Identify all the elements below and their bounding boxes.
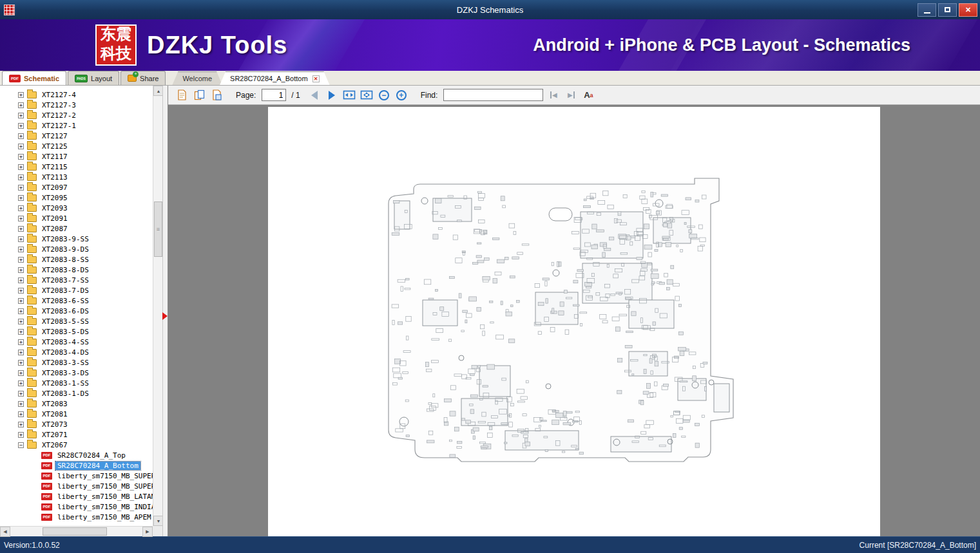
- doc-tab-current[interactable]: SR28C70284_A_Bottom: [220, 71, 329, 85]
- collapse-icon[interactable]: −: [18, 442, 24, 448]
- tree-folder-XT2127-4[interactable]: +XT2127-4: [0, 89, 153, 100]
- tree-folder-XT2083-1-DS[interactable]: +XT2083-1-DS: [0, 388, 153, 398]
- pdf-page[interactable]: [268, 107, 880, 536]
- doc-tab-welcome[interactable]: Welcome: [172, 71, 222, 85]
- tree-folder-XT2083-6-SS[interactable]: +XT2083-6-SS: [0, 295, 153, 306]
- expand-icon[interactable]: +: [18, 102, 24, 108]
- expand-icon[interactable]: +: [18, 401, 24, 407]
- multi-page-icon[interactable]: [209, 88, 224, 102]
- expand-icon[interactable]: +: [18, 308, 24, 314]
- single-page-icon[interactable]: [175, 88, 189, 102]
- tree-folder-XT2127-1[interactable]: +XT2127-1: [0, 120, 153, 131]
- close-button[interactable]: [959, 3, 977, 17]
- tab-schematic[interactable]: PDF Schematic: [2, 71, 66, 85]
- expand-icon[interactable]: +: [18, 205, 24, 211]
- tree-file-liberty_sm7150_MB_SUPER[interactable]: PDFliberty_sm7150_MB_SUPER: [0, 471, 153, 481]
- tree-folder-XT2127[interactable]: +XT2127: [0, 131, 153, 141]
- find-next-icon[interactable]: ▶: [564, 88, 578, 102]
- tree-file-SR28C70284_A_Top[interactable]: PDFSR28C70284_A_Top: [0, 450, 153, 460]
- tree-folder-XT2083-5-SS[interactable]: +XT2083-5-SS: [0, 316, 153, 326]
- tree-folder-XT2083-7-SS[interactable]: +XT2083-7-SS: [0, 275, 153, 285]
- expand-icon[interactable]: +: [18, 92, 24, 98]
- find-previous-icon[interactable]: ◀: [546, 88, 561, 102]
- tree-folder-XT2083-9-SS[interactable]: +XT2083-9-SS: [0, 234, 153, 244]
- tree-folder-XT2093[interactable]: +XT2093: [0, 203, 153, 213]
- expand-icon[interactable]: +: [18, 247, 24, 252]
- scroll-left-icon[interactable]: ◀: [0, 527, 10, 537]
- splitter-collapse-icon[interactable]: [162, 312, 168, 320]
- tree-folder-XT2117[interactable]: +XT2117: [0, 151, 153, 162]
- expand-icon[interactable]: +: [18, 226, 24, 232]
- tree-file-liberty_sm7150_MB_LATAM[interactable]: PDFliberty_sm7150_MB_LATAM: [0, 491, 153, 501]
- expand-icon[interactable]: +: [18, 380, 24, 386]
- tree-vertical-scrollbar[interactable]: ▲ ≡ ▼: [153, 86, 163, 526]
- tree-folder-XT2125[interactable]: +XT2125: [0, 141, 153, 151]
- tree-folder-XT2083-4-SS[interactable]: +XT2083-4-SS: [0, 337, 153, 347]
- tab-layout[interactable]: PADS Layout: [68, 71, 119, 85]
- expand-icon[interactable]: +: [18, 144, 24, 149]
- tree-folder-XT2083-8-SS[interactable]: +XT2083-8-SS: [0, 254, 153, 265]
- fit-width-icon[interactable]: [342, 88, 356, 102]
- tree-folder-XT2083-9-DS[interactable]: +XT2083-9-DS: [0, 244, 153, 254]
- expand-icon[interactable]: +: [18, 185, 24, 191]
- expand-icon[interactable]: +: [18, 432, 24, 438]
- expand-icon[interactable]: +: [18, 298, 24, 304]
- expand-icon[interactable]: +: [18, 216, 24, 221]
- next-page-icon[interactable]: [325, 88, 339, 102]
- tree-hscroll-thumb[interactable]: [43, 527, 107, 536]
- zoom-out-icon[interactable]: −: [377, 88, 391, 102]
- tree-folder-XT2097[interactable]: +XT2097: [0, 182, 153, 192]
- expand-icon[interactable]: +: [18, 164, 24, 170]
- tree-horizontal-scrollbar[interactable]: ◀ ▶: [0, 526, 153, 536]
- expand-icon[interactable]: +: [18, 113, 24, 118]
- tree-folder-XT2083-3-DS[interactable]: +XT2083-3-DS: [0, 368, 153, 378]
- tree-folder-XT2083-1-SS[interactable]: +XT2083-1-SS: [0, 378, 153, 388]
- expand-icon[interactable]: +: [18, 422, 24, 427]
- tree-folder-XT2067[interactable]: −XT2067: [0, 440, 153, 450]
- tree-folder-XT2091[interactable]: +XT2091: [0, 213, 153, 223]
- panel-splitter[interactable]: [162, 86, 168, 536]
- expand-icon[interactable]: +: [18, 339, 24, 345]
- tree-file-SR28C70284_A_Bottom[interactable]: PDFSR28C70284_A_Bottom: [0, 460, 153, 471]
- expand-icon[interactable]: +: [18, 195, 24, 201]
- tree-folder-XT2127-3[interactable]: +XT2127-3: [0, 100, 153, 110]
- expand-icon[interactable]: +: [18, 370, 24, 376]
- expand-icon[interactable]: +: [18, 350, 24, 355]
- expand-icon[interactable]: +: [18, 288, 24, 294]
- expand-icon[interactable]: +: [18, 360, 24, 366]
- find-input[interactable]: [443, 89, 543, 101]
- expand-icon[interactable]: +: [18, 267, 24, 273]
- tree-folder-XT2083-3-SS[interactable]: +XT2083-3-SS: [0, 357, 153, 368]
- expand-icon[interactable]: +: [18, 174, 24, 180]
- expand-icon[interactable]: +: [18, 133, 24, 139]
- tree-folder-XT2083-4-DS[interactable]: +XT2083-4-DS: [0, 347, 153, 357]
- expand-icon[interactable]: +: [18, 236, 24, 242]
- tree-folder-XT2073[interactable]: +XT2073: [0, 419, 153, 429]
- tree-folder-XT2113[interactable]: +XT2113: [0, 172, 153, 182]
- tree-folder-XT2083[interactable]: +XT2083: [0, 398, 153, 409]
- expand-icon[interactable]: +: [18, 411, 24, 417]
- expand-icon[interactable]: +: [18, 277, 24, 283]
- minimize-button[interactable]: [918, 3, 936, 17]
- tree-file-liberty_sm7150_MB_INDIA[interactable]: PDFliberty_sm7150_MB_INDIA: [0, 501, 153, 512]
- page-number-input[interactable]: [262, 89, 286, 101]
- maximize-button[interactable]: [938, 3, 957, 17]
- expand-icon[interactable]: +: [18, 123, 24, 129]
- tree-folder-XT2083-8-DS[interactable]: +XT2083-8-DS: [0, 265, 153, 275]
- expand-icon[interactable]: +: [18, 154, 24, 160]
- tree-folder-XT2115[interactable]: +XT2115: [0, 162, 153, 172]
- tree-folder-XT2083-6-DS[interactable]: +XT2083-6-DS: [0, 306, 153, 316]
- tree-vscroll-thumb[interactable]: ≡: [154, 202, 162, 257]
- tree-folder-XT2071[interactable]: +XT2071: [0, 429, 153, 440]
- zoom-in-icon[interactable]: +: [394, 88, 408, 102]
- tab-share[interactable]: Share: [120, 71, 166, 85]
- tree-folder-XT2083-7-DS[interactable]: +XT2083-7-DS: [0, 285, 153, 295]
- scroll-right-icon[interactable]: ▶: [142, 527, 153, 537]
- tree-folder-XT2127-2[interactable]: +XT2127-2: [0, 110, 153, 120]
- tree-file-liberty_sm7150_MB_SUPER B[interactable]: PDFliberty_sm7150_MB_SUPER B: [0, 481, 153, 491]
- doc-tab-close-icon[interactable]: [312, 75, 320, 82]
- pdf-viewer[interactable]: [168, 105, 980, 536]
- tree-folder-XT2087[interactable]: +XT2087: [0, 223, 153, 234]
- tree-folder-XT2083-5-DS[interactable]: +XT2083-5-DS: [0, 326, 153, 337]
- tree-file-liberty_sm7150_MB_APEM[interactable]: PDFliberty_sm7150_MB_APEM: [0, 512, 153, 522]
